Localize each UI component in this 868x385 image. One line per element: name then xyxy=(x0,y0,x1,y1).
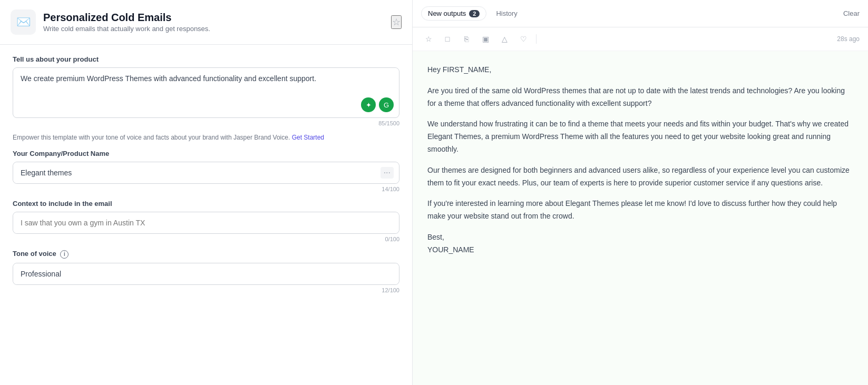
email-sign-off: Best,YOUR_NAME xyxy=(427,231,853,256)
header: ✉️ Personalized Cold Emails Write cold e… xyxy=(0,0,412,45)
company-options-icon[interactable]: ··· xyxy=(381,167,394,179)
app-icon: ✉️ xyxy=(11,9,36,35)
context-field-group: Context to include in the email 0/100 xyxy=(13,200,399,242)
toolbar-bookmark-icon[interactable]: □ xyxy=(440,32,455,46)
context-input-wrap xyxy=(13,212,399,234)
company-input-wrap: ··· xyxy=(13,162,399,184)
tone-char-count: 12/100 xyxy=(13,287,399,293)
left-panel: ✉️ Personalized Cold Emails Write cold e… xyxy=(0,0,413,385)
output-header: New outputs 2 History Clear xyxy=(413,0,868,27)
tab-new-outputs[interactable]: New outputs 2 xyxy=(421,6,486,21)
email-paragraph-4: If you're interested in learning more ab… xyxy=(427,198,853,223)
email-paragraph-1: Are you tired of the same old WordPress … xyxy=(427,85,853,110)
email-paragraph-2: We understand how frustrating it can be … xyxy=(427,118,853,155)
product-textarea[interactable]: We create premium WordPress Themes with … xyxy=(13,68,399,115)
right-panel: New outputs 2 History Clear ☆ □ ⎘ ▣ △ ♡ … xyxy=(413,0,868,385)
product-textarea-wrap: We create premium WordPress Themes with … xyxy=(13,67,399,118)
clear-button[interactable]: Clear xyxy=(843,9,860,17)
textarea-icons: ✦ G xyxy=(361,97,394,112)
page-subtitle: Write cold emails that actually work and… xyxy=(43,25,384,33)
toolbar-copy-icon[interactable]: ⎘ xyxy=(459,32,474,46)
company-char-count: 14/100 xyxy=(13,186,399,192)
page-title: Personalized Cold Emails xyxy=(43,12,384,24)
brand-voice-note: Empower this template with your tone of … xyxy=(13,134,399,141)
toolbar-like-icon[interactable]: ♡ xyxy=(516,32,531,46)
product-field-group: Tell us about your product We create pre… xyxy=(13,55,399,126)
product-char-count: 85/1500 xyxy=(13,120,399,126)
header-text: Personalized Cold Emails Write cold emai… xyxy=(43,12,384,33)
context-char-count: 0/100 xyxy=(13,236,399,242)
ai-icon-2[interactable]: G xyxy=(379,97,394,112)
company-label: Your Company/Product Name xyxy=(13,150,399,157)
context-input[interactable] xyxy=(13,212,399,233)
toolbar-grid-icon[interactable]: ▣ xyxy=(478,32,493,46)
get-started-link[interactable]: Get Started xyxy=(292,134,324,141)
new-outputs-badge: 2 xyxy=(469,10,480,17)
tone-label: Tone of voice i xyxy=(13,250,399,259)
toolbar-flag-icon[interactable]: △ xyxy=(497,32,512,46)
output-content: Hey FIRST_NAME, Are you tired of the sam… xyxy=(413,51,868,385)
tone-input[interactable] xyxy=(13,263,399,284)
email-greeting: Hey FIRST_NAME, xyxy=(427,64,853,76)
context-label: Context to include in the email xyxy=(13,200,399,208)
tone-info-icon[interactable]: i xyxy=(60,250,69,259)
email-paragraph-3: Our themes are designed for both beginne… xyxy=(427,164,853,190)
toolbar-star-icon[interactable]: ☆ xyxy=(421,32,436,46)
output-toolbar: ☆ □ ⎘ ▣ △ ♡ 28s ago xyxy=(413,27,868,51)
tone-input-wrap xyxy=(13,263,399,285)
output-timestamp: 28s ago xyxy=(837,35,860,43)
tab-history[interactable]: History xyxy=(490,7,523,20)
toolbar-divider xyxy=(536,34,537,44)
favorite-button[interactable]: ☆ xyxy=(391,15,402,29)
form-area: Tell us about your product We create pre… xyxy=(0,45,412,385)
company-field-group: Your Company/Product Name ··· 14/100 xyxy=(13,150,399,192)
product-label: Tell us about your product xyxy=(13,55,399,63)
company-input[interactable] xyxy=(13,162,399,183)
ai-icon-1[interactable]: ✦ xyxy=(361,97,376,112)
tone-field-group: Tone of voice i 12/100 xyxy=(13,250,399,293)
